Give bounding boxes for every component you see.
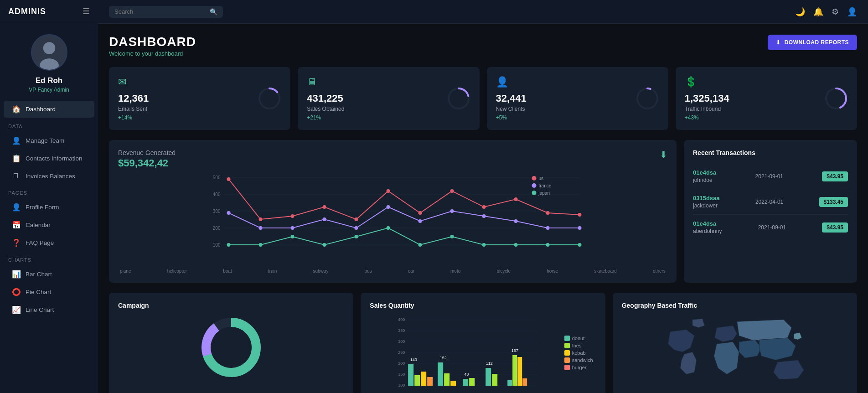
dark-mode-icon[interactable]: 🌙 <box>795 7 805 17</box>
stat-card-clients: 👤 32,441 New Clients +5% <box>487 67 668 130</box>
page-title: DASHBOARD <box>109 35 196 49</box>
sidebar-item-label: Contacts Information <box>26 155 83 162</box>
sidebar-item-invoices-balances[interactable]: 🗒 Invoices Balances <box>4 168 94 184</box>
topbar: 🔍 🌙 🔔 ⚙ 👤 <box>98 0 868 24</box>
geography-title: Geography Based Traffic <box>622 302 848 309</box>
line-chart-svg: 500 400 300 200 100 <box>118 173 667 264</box>
progress-ring-0 <box>258 87 281 110</box>
email-icon: ✉ <box>118 76 149 88</box>
svg-point-54 <box>514 243 518 247</box>
sidebar-item-label: Invoices Balances <box>26 173 75 180</box>
svg-text:200: 200 <box>398 361 405 366</box>
tx-id: 0315dsaa <box>693 195 720 202</box>
user-account-icon[interactable]: 👤 <box>847 7 857 17</box>
transactions-card: Recent Transactions 01e4dsa johndoe 2021… <box>684 140 857 283</box>
sidebar-header: ADMINIS ☰ <box>0 0 98 23</box>
tx-date: 2022-04-01 <box>755 199 783 205</box>
svg-rect-82 <box>421 372 426 386</box>
svg-point-31 <box>546 211 550 215</box>
svg-rect-96 <box>512 355 517 386</box>
tx-user: johndoe <box>693 177 716 183</box>
sidebar-item-faq-page[interactable]: ❓ FAQ Page <box>4 234 94 251</box>
sidebar-item-contacts-information[interactable]: 📋 Contacts Information <box>4 150 94 167</box>
nav-section-data: Data <box>0 118 98 132</box>
svg-point-23 <box>291 214 294 218</box>
stat-label: Emails Sent <box>118 106 149 112</box>
sidebar-item-calendar[interactable]: 📅 Calendar <box>4 217 94 233</box>
svg-point-22 <box>259 217 263 221</box>
svg-text:167: 167 <box>512 348 518 353</box>
svg-point-57 <box>532 176 537 181</box>
sidebar-item-label: Manage Team <box>26 137 64 144</box>
tx-amount: $133.45 <box>819 197 848 207</box>
sidebar-item-dashboard[interactable]: 🏠 Dashboard <box>4 101 94 118</box>
chart-download-icon[interactable]: ⬇ <box>660 149 667 160</box>
svg-point-24 <box>323 205 326 209</box>
sidebar-item-pie-chart[interactable]: ⭕ Pie Chart <box>4 284 94 300</box>
progress-ring-2 <box>636 87 659 110</box>
tx-date: 2021-09-01 <box>755 173 783 180</box>
legend-fries: fries <box>564 343 596 348</box>
bottom-section: Campaign Sales Quantity <box>109 293 857 393</box>
traffic-icon: 💲 <box>685 76 729 88</box>
svg-point-21 <box>227 177 231 181</box>
stat-value: 12,361 <box>118 93 149 104</box>
sidebar-item-bar-chart[interactable]: 📊 Bar Chart <box>4 266 94 283</box>
sidebar-item-label: Bar Chart <box>26 271 52 278</box>
settings-icon[interactable]: ⚙ <box>832 7 839 17</box>
svg-rect-90 <box>469 378 475 386</box>
sales-icon: 🖥 <box>307 76 344 88</box>
svg-text:200: 200 <box>213 226 221 231</box>
hamburger-icon[interactable]: ☰ <box>83 6 90 16</box>
svg-point-35 <box>291 226 294 230</box>
svg-text:300: 300 <box>398 339 405 344</box>
search-input[interactable] <box>114 8 206 15</box>
svg-point-49 <box>355 235 358 238</box>
sidebar-item-label: Profile Form <box>26 204 59 211</box>
notifications-icon[interactable]: 🔔 <box>813 7 823 17</box>
svg-point-51 <box>418 243 422 247</box>
svg-rect-97 <box>517 357 522 386</box>
svg-point-47 <box>291 235 294 238</box>
sidebar-item-manage-team[interactable]: 👤 Manage Team <box>4 132 94 149</box>
middle-section: Revenue Generated $59,342,42 ⬇ 500 <box>109 140 857 283</box>
content-area: DASHBOARD Welcome to your dashboard ⬇ DO… <box>98 24 868 393</box>
svg-text:112: 112 <box>486 361 493 366</box>
sidebar-item-label: Calendar <box>26 222 51 228</box>
user-name: Ed Roh <box>36 76 63 85</box>
svg-point-30 <box>514 197 518 201</box>
svg-rect-87 <box>450 381 456 386</box>
transaction-row: 01e4dsa aberdohnny 2021-09-01 $43.95 <box>693 215 848 240</box>
progress-ring-1 <box>447 87 470 110</box>
svg-point-41 <box>482 214 486 218</box>
sidebar-item-profile-form[interactable]: 👤 Profile Form <box>4 199 94 216</box>
svg-rect-93 <box>492 374 497 386</box>
page-subtitle: Welcome to your dashboard <box>109 50 196 57</box>
search-container[interactable]: 🔍 <box>109 6 223 18</box>
svg-point-33 <box>227 211 231 215</box>
download-reports-button[interactable]: ⬇ DOWNLOAD REPORTS <box>768 35 857 50</box>
transactions-title: Recent Transactions <box>693 149 848 156</box>
svg-rect-98 <box>522 378 527 386</box>
sidebar-item-line-chart[interactable]: 📈 Line Chart <box>4 301 94 318</box>
svg-point-56 <box>578 243 582 247</box>
main-content: 🔍 🌙 🔔 ⚙ 👤 DASHBOARD Welcome to your dash… <box>98 0 868 393</box>
svg-rect-83 <box>427 377 433 386</box>
sales-title: Sales Quantity <box>370 302 596 309</box>
svg-text:150: 150 <box>398 372 405 377</box>
svg-point-61 <box>532 191 537 195</box>
tx-amount: $43.95 <box>822 171 848 181</box>
legend-burger: burger <box>564 365 596 370</box>
stat-label: New Clients <box>496 106 527 112</box>
avatar <box>31 34 67 71</box>
faq-icon: ❓ <box>12 238 20 247</box>
svg-text:400: 400 <box>398 317 405 322</box>
svg-rect-89 <box>463 379 468 386</box>
invoice-icon: 🗒 <box>12 172 20 180</box>
svg-point-39 <box>418 219 422 223</box>
tx-amount: $43.95 <box>822 222 848 233</box>
stat-card-traffic: 💲 1,325,134 Traffic Inbound +43% <box>676 67 857 130</box>
world-map <box>622 315 848 379</box>
svg-point-59 <box>532 183 537 188</box>
svg-point-37 <box>355 226 358 230</box>
